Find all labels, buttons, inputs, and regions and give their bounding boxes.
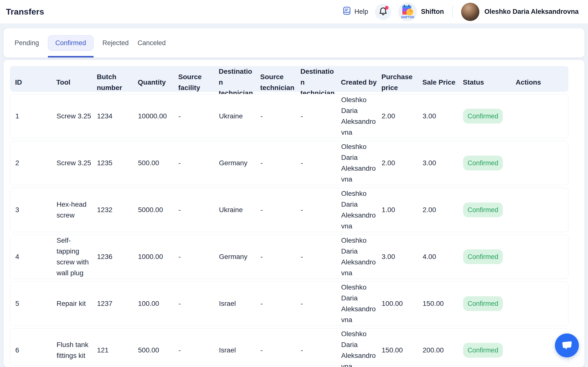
cell-destination-technician-2: - [301,204,341,215]
cell-butch-number: 1232 [97,204,138,215]
col-purchase-price: Purchase price [381,72,422,93]
cell-tool: Repair kit [57,298,97,309]
cell-created-by: Oleshko Daria Aleksandrovna [341,141,382,185]
cell-quantity: 1000.00 [138,251,178,262]
cell-source-facility: - [178,345,219,356]
cell-tool: Screw 3.25 [57,158,97,168]
svg-text:SHIFTON: SHIFTON [401,16,414,19]
cell-created-by: Oleshko Daria Aleksandrovna [341,282,382,325]
tab-confirmed-label: Confirmed [48,35,94,51]
cell-destination-technician-2: - [301,251,341,262]
status-tabs-bar: Pending Confirmed Rejected Canceled [3,28,585,57]
help-label: Help [354,8,368,16]
cell-quantity: 100.00 [138,298,178,309]
cell-destination-technician-2: - [301,158,341,168]
status-badge: Confirmed [463,202,503,217]
status-badge: Confirmed [463,156,503,170]
cell-source-technician: - [260,251,301,262]
col-id: ID [15,77,56,88]
user-name: Oleshko Daria Aleksandrovna [484,8,579,16]
cell-source-technician: - [260,345,301,356]
tab-canceled-label: Canceled [137,36,166,51]
table-row[interactable]: 6 Flush tank fittings kit 121 500.00 - I… [10,328,568,366]
help-book-icon [343,6,351,17]
cell-butch-number: 1236 [97,251,138,262]
cell-destination-technician: Ukraine [219,204,260,215]
status-badge: Confirmed [463,343,503,358]
cell-butch-number: 1234 [97,111,138,122]
page-title: Transfers [6,7,44,17]
tab-canceled[interactable]: Canceled [137,28,166,57]
cell-destination-technician-2: - [301,345,341,356]
col-actions: Actions [516,77,568,88]
cell-status: Confirmed [463,202,516,217]
status-badge: Confirmed [463,296,503,311]
cell-sale-price: 4.00 [423,251,463,262]
cell-sale-price: 200.00 [423,345,463,356]
tab-confirmed[interactable]: Confirmed [48,28,94,57]
cell-source-facility: - [178,111,219,122]
cell-created-by: Oleshko Daria Aleksandrovna [341,329,382,367]
avatar [461,3,479,21]
cell-status: Confirmed [463,109,516,124]
cell-status: Confirmed [463,343,516,358]
cell-source-facility: - [178,251,219,262]
cell-sale-price: 3.00 [423,158,463,168]
chat-icon [561,339,573,352]
table-row[interactable]: 3 Hex-head screw 1232 5000.00 - Ukraine … [10,188,568,232]
table-row[interactable]: 2 Screw 3.25 1235 500.00 - Germany - - O… [10,141,568,185]
col-butch-number: Butch number [97,72,138,93]
cell-created-by: Oleshko Daria Aleksandrovna [341,94,382,138]
table-row[interactable]: 5 Repair kit 1237 100.00 - Israel - - Ol… [10,281,568,326]
tab-pending[interactable]: Pending [15,28,39,57]
user-menu[interactable]: Oleshko Daria Aleksandrovna [461,3,579,21]
cell-id: 3 [15,204,57,215]
cell-purchase-price: 2.00 [382,111,423,122]
cell-destination-technician-2: - [301,111,341,122]
cell-source-technician: - [260,298,301,309]
cell-destination-technician: Israel [219,298,260,309]
cell-source-facility: - [178,158,219,168]
transfers-table: ID Tool Butch number Quantity Source fac… [3,60,585,367]
cell-quantity: 500.00 [138,345,178,356]
col-quantity: Quantity [138,77,178,88]
cell-purchase-price: 2.00 [382,158,423,168]
topbar-actions: Help SHIFTON [343,2,579,21]
cell-tool: Hex-head screw [57,199,97,221]
col-sale-price: Sale Price [422,77,463,88]
topbar: Transfers Help [0,0,588,23]
status-badge: Confirmed [463,249,503,264]
cell-quantity: 5000.00 [138,204,178,215]
help-button[interactable]: Help [343,6,368,17]
cell-sale-price: 2.00 [423,204,463,215]
col-created-by: Created by [341,77,381,88]
cell-id: 6 [15,345,57,356]
cell-purchase-price: 100.00 [382,298,423,309]
cell-purchase-price: 150.00 [382,345,423,356]
tab-pending-label: Pending [15,36,39,51]
tab-rejected[interactable]: Rejected [102,28,129,57]
table-header-row: ID Tool Butch number Quantity Source fac… [10,66,568,92]
chat-button[interactable] [555,333,579,357]
cell-id: 1 [15,111,57,122]
cell-source-facility: - [178,298,219,309]
cell-source-technician: - [260,158,301,168]
cell-destination-technician: Germany [219,251,260,262]
table-row[interactable]: 4 Self-tapping screw with wall plug 1236… [10,235,568,279]
shifton-logo-icon: SHIFTON [398,2,417,21]
cell-tool: Screw 3.25 [57,111,97,122]
cell-id: 4 [15,251,57,262]
cell-source-facility: - [178,204,219,215]
col-source-technician: Source technician [260,72,300,93]
cell-id: 5 [15,298,57,309]
brand[interactable]: SHIFTON Shifton [398,2,444,21]
notifications-button[interactable] [375,4,391,20]
divider [452,5,453,18]
cell-purchase-price: 1.00 [382,204,423,215]
table-row[interactable]: 1 Screw 3.25 1234 10000.00 - Ukraine - -… [10,94,568,138]
cell-purchase-price: 3.00 [382,251,423,262]
cell-source-technician: - [260,204,301,215]
cell-created-by: Oleshko Daria Aleksandrovna [341,188,382,232]
cell-source-technician: - [260,111,301,122]
cell-id: 2 [15,158,57,168]
